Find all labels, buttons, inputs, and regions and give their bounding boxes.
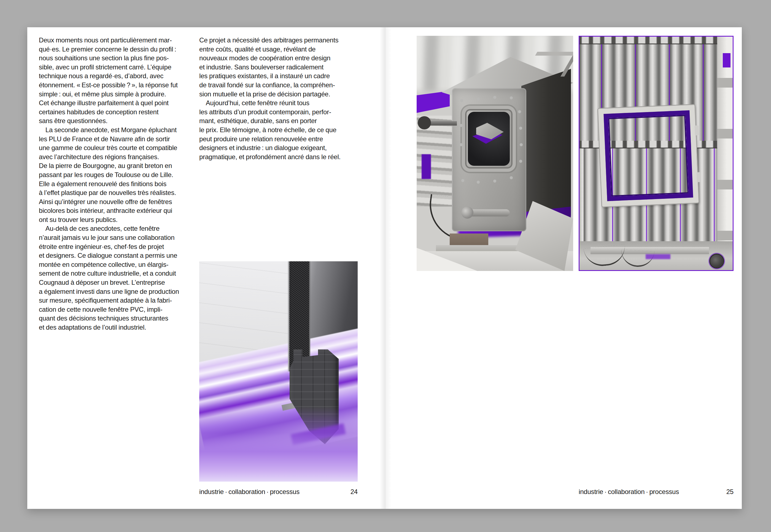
photo1-clamp-knob xyxy=(418,116,431,129)
magazine-spread: Deux moments nous ont particulièrement m… xyxy=(27,27,742,509)
photo1-bolt-heads xyxy=(460,99,463,102)
footer-tags: industrie · collaboration · processus xyxy=(199,488,299,496)
photo1-handle-bar xyxy=(469,209,510,216)
render-bottom-purple-gradient xyxy=(199,407,358,482)
photo1-mold-cavity xyxy=(468,112,510,166)
photo1-mold-front-plate xyxy=(452,88,526,231)
photo2-trolley-wheel xyxy=(710,255,723,267)
photo2-cable xyxy=(584,244,627,268)
photo2-rack-column xyxy=(717,37,733,246)
spread-fold-shadow xyxy=(380,27,391,509)
mold-block-photo xyxy=(417,36,573,271)
footer-right-page: industrie · collaboration · processus 25 xyxy=(579,488,734,496)
footer-tags: industrie · collaboration · processus xyxy=(579,488,679,496)
page-number: 25 xyxy=(726,488,734,496)
photo2-base-purple-accent xyxy=(646,254,670,259)
page-number: 24 xyxy=(350,488,358,496)
window-profile-render-image xyxy=(199,261,358,482)
photo1-handle-cap xyxy=(461,207,474,219)
photo2-frame-hinge-top xyxy=(695,125,699,135)
photo1-purple-sliver xyxy=(422,154,431,179)
photo2-frame-hinge-bottom xyxy=(697,172,701,182)
footer-left-page: industrie · collaboration · processus 24 xyxy=(199,488,358,496)
photo2-window-frame xyxy=(598,105,699,207)
book-spread-scan: Deux moments nous ont particulièrement m… xyxy=(0,0,771,532)
body-text-column-2: Ce projet a nécessité des arbitrages per… xyxy=(199,36,361,161)
window-frame-on-rollers-photo xyxy=(579,36,734,271)
body-text-column-1: Deux moments nous ont particulièrement m… xyxy=(39,36,199,332)
photo2-purple-accent-column xyxy=(723,53,731,67)
photo2-machine-base xyxy=(580,241,733,270)
photo1-purple-accent-left xyxy=(417,91,450,113)
photo2-roller-caps-top xyxy=(580,37,733,44)
photo2-window-frame-purple-sash xyxy=(604,110,693,201)
